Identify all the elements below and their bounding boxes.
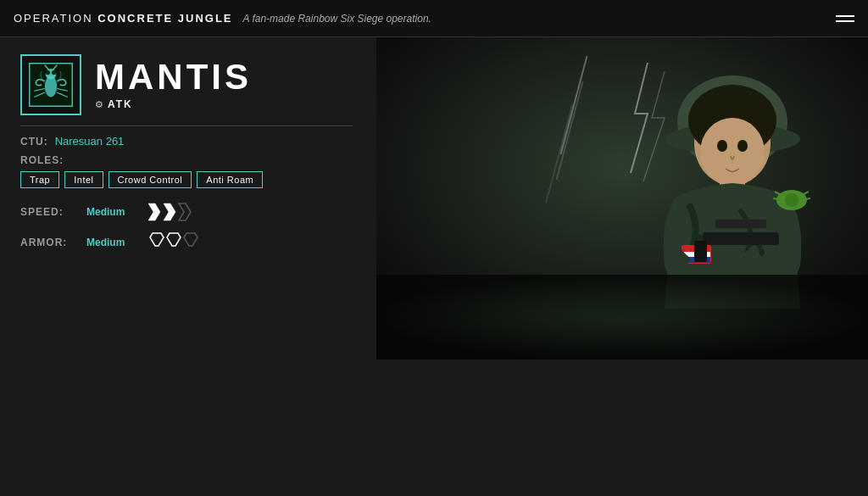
svg-rect-23 [376, 275, 868, 359]
speed-value: Medium [86, 206, 142, 218]
svg-point-5 [700, 118, 765, 186]
operator-header: MANTIS ⚙ ATK [20, 54, 353, 115]
svg-point-7 [737, 140, 748, 152]
svg-marker-36 [148, 203, 160, 220]
main-area: MANTIS ⚙ ATK CTU: Naresuan 261 ROLES: Tr… [0, 37, 868, 496]
character-illustration [376, 37, 868, 359]
speed-label: SPEED: [20, 206, 80, 218]
roles-row: ROLES: Trap Intel Crowd Control Anti Roa… [20, 154, 353, 188]
svg-marker-37 [164, 203, 175, 220]
character-background [376, 37, 868, 359]
speed-row: SPEED: Medium [20, 202, 353, 222]
header-subtitle: A fan-made Rainbow Six Siege operation. [243, 13, 431, 25]
role-tag-crowd-control: Crowd Control [108, 171, 192, 188]
operator-emblem [20, 54, 81, 115]
role-tag-trap: Trap [20, 171, 59, 188]
emblem-svg [28, 62, 74, 108]
atk-label: ATK [108, 98, 133, 110]
roles-tags: Trap Intel Crowd Control Anti Roam [20, 171, 353, 188]
atk-icon: ⚙ [95, 99, 103, 110]
svg-point-28 [46, 70, 50, 75]
operation-title: OPERATION CONCRETE JUNGLE [14, 12, 233, 25]
armor-icons [148, 231, 225, 254]
operator-name: MANTIS [95, 59, 252, 95]
armor-value: Medium [86, 237, 142, 248]
svg-rect-14 [703, 232, 779, 245]
roles-label: ROLES: [20, 154, 353, 166]
speed-icon-svg [148, 202, 233, 222]
menu-icon[interactable] [836, 15, 854, 22]
ctu-value: Naresuan 261 [55, 135, 125, 148]
operation-prefix: OPERATION [14, 12, 93, 25]
role-tag-anti-roam: Anti Roam [197, 171, 263, 188]
armor-row: ARMOR: Medium [20, 231, 353, 254]
speed-icons [148, 202, 233, 222]
left-panel: MANTIS ⚙ ATK CTU: Naresuan 261 ROLES: Tr… [0, 37, 373, 496]
header-left: OPERATION CONCRETE JUNGLE A fan-made Rai… [14, 12, 431, 25]
armor-icon-svg [148, 231, 225, 254]
operation-bold: CONCRETE JUNGLE [97, 12, 232, 25]
svg-rect-15 [715, 220, 766, 228]
ctu-label: CTU: [20, 136, 48, 148]
operator-role-badge: ⚙ ATK [95, 98, 252, 110]
operator-name-block: MANTIS ⚙ ATK [95, 59, 252, 110]
header: OPERATION CONCRETE JUNGLE A fan-made Rai… [0, 0, 868, 37]
svg-point-18 [785, 193, 798, 207]
ctu-row: CTU: Naresuan 261 [20, 135, 353, 148]
svg-rect-16 [694, 241, 707, 262]
armor-label: ARMOR: [20, 237, 80, 248]
svg-marker-38 [179, 203, 191, 220]
divider [20, 125, 353, 126]
role-tag-intel: Intel [64, 171, 103, 188]
svg-point-6 [717, 140, 727, 152]
svg-point-29 [52, 70, 56, 75]
